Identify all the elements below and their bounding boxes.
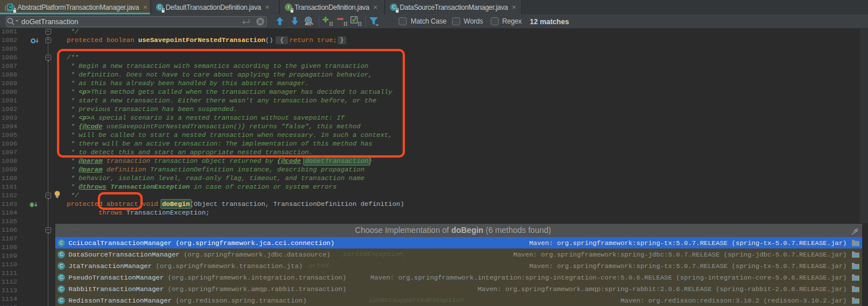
svg-text:II: II — [329, 21, 333, 27]
svg-text:II: II — [343, 21, 347, 27]
svg-text:ALL: ALL — [305, 22, 312, 26]
svg-text:II: II — [358, 21, 362, 26]
